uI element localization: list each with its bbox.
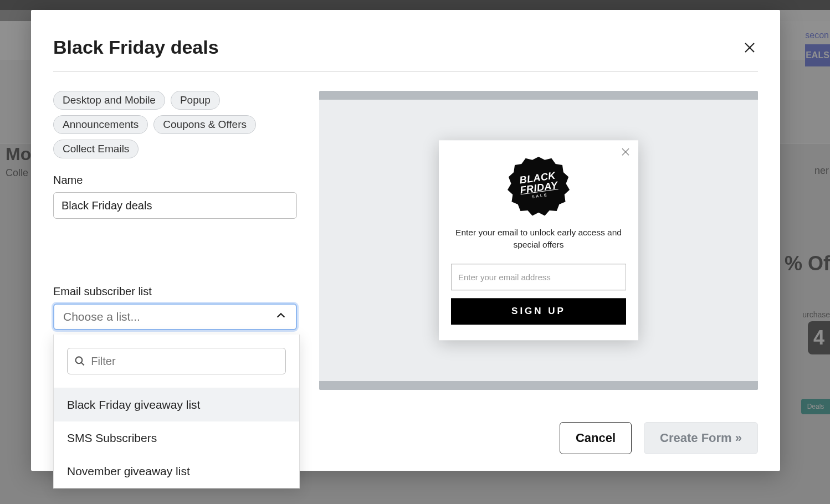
popup-signup-button[interactable]: SIGN UP — [451, 299, 626, 325]
preview-box: BLACK FRIDAY SALE Enter your email to un… — [319, 91, 758, 390]
option-november[interactable]: November giveaway list — [54, 455, 299, 488]
email-list-dropdown: Black Friday giveaway list SMS Subscribe… — [53, 335, 300, 488]
modal-footer: Cancel Create Form » — [560, 422, 758, 454]
preview-column: BLACK FRIDAY SALE Enter your email to un… — [319, 91, 758, 390]
modal-header: Black Friday deals — [53, 37, 758, 58]
name-input[interactable] — [53, 192, 297, 219]
filter-input-wrap[interactable] — [67, 348, 286, 374]
create-form-modal: Black Friday deals Desktop and Mobile Po… — [31, 10, 780, 471]
close-icon — [621, 147, 631, 157]
search-icon — [74, 355, 85, 367]
tag-announcements[interactable]: Announcements — [53, 115, 148, 134]
tag-collect-emails[interactable]: Collect Emails — [53, 140, 139, 158]
form-left-column: Desktop and Mobile Popup Announcements C… — [53, 91, 297, 390]
option-black-friday[interactable]: Black Friday giveaway list — [54, 388, 299, 421]
svg-point-0 — [76, 357, 83, 363]
email-list-select[interactable]: Choose a list... — [53, 304, 297, 330]
tag-list: Desktop and Mobile Popup Announcements C… — [53, 91, 297, 158]
tag-desktop-mobile[interactable]: Desktop and Mobile — [53, 91, 165, 110]
tag-coupons-offers[interactable]: Coupons & Offers — [153, 115, 256, 134]
option-sms-subscribers[interactable]: SMS Subscribers — [54, 421, 299, 455]
modal-title: Black Friday deals — [53, 37, 219, 58]
preview-popup-close[interactable] — [621, 147, 631, 159]
name-label: Name — [53, 174, 297, 187]
preview-popup: BLACK FRIDAY SALE Enter your email to un… — [439, 140, 638, 340]
black-friday-badge: BLACK FRIDAY SALE — [508, 155, 570, 217]
close-icon — [743, 41, 756, 54]
create-form-button[interactable]: Create Form » — [644, 422, 758, 454]
chevron-up-icon — [275, 310, 287, 324]
cancel-button[interactable]: Cancel — [560, 422, 632, 454]
email-list-select-wrap: Choose a list... Black Friday giveaway l… — [53, 304, 297, 330]
svg-line-1 — [81, 363, 84, 366]
close-modal-button[interactable] — [741, 39, 758, 56]
filter-input[interactable] — [91, 355, 279, 368]
preview-stage: BLACK FRIDAY SALE Enter your email to un… — [319, 100, 758, 381]
tag-popup[interactable]: Popup — [171, 91, 220, 110]
popup-email-input[interactable] — [451, 264, 626, 291]
divider — [53, 71, 758, 72]
select-placeholder: Choose a list... — [63, 310, 140, 323]
email-list-label: Email subscriber list — [53, 285, 297, 298]
popup-text: Enter your email to unlock early access … — [451, 227, 626, 250]
